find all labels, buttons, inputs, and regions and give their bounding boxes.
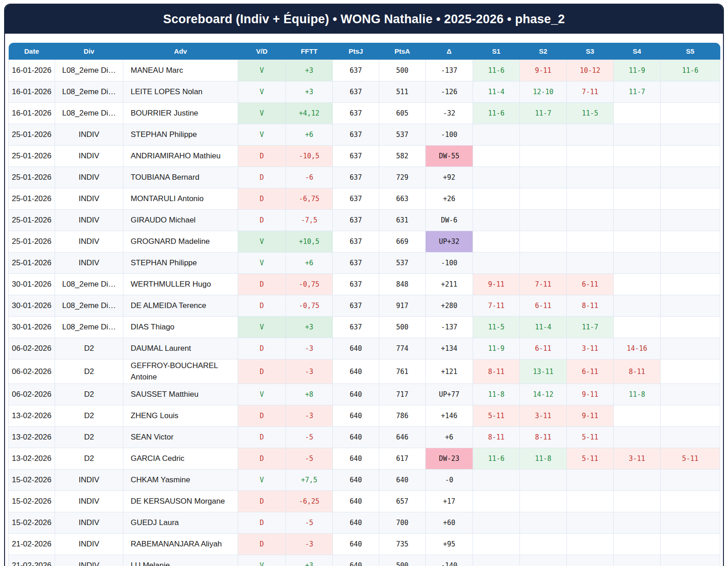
cell-delta: UP+32: [426, 231, 473, 253]
cell-ptsa: 848: [379, 274, 426, 295]
cell-delta: +280: [426, 295, 473, 317]
column-header-adv: Adv: [123, 43, 238, 60]
cell-ptsj: 637: [333, 60, 379, 81]
cell-set-5: [661, 146, 720, 167]
cell-set-5: 11-6: [661, 60, 720, 81]
cell-set-2: [520, 491, 567, 512]
cell-vd: D: [238, 512, 286, 534]
cell-set-2: 11-4: [520, 317, 567, 338]
cell-date: 06-02-2026: [9, 359, 55, 384]
cell-set-2: 9-11: [520, 60, 567, 81]
cell-date: 30-01-2026: [9, 317, 55, 338]
cell-delta: -32: [426, 103, 473, 124]
cell-ptsj: 637: [333, 210, 379, 231]
cell-set-2: 13-11: [520, 359, 567, 384]
cell-set-2: [520, 512, 567, 534]
cell-fftt: -7,5: [286, 210, 333, 231]
cell-ptsj: 637: [333, 188, 379, 210]
cell-date: 25-01-2026: [9, 188, 55, 210]
cell-date: 15-02-2026: [9, 491, 55, 512]
cell-set-1: 11-4: [473, 81, 520, 103]
cell-set-1: [473, 555, 520, 566]
cell-set-4: [614, 512, 661, 534]
cell-set-5: [661, 274, 720, 295]
cell-div: INDIV: [55, 146, 123, 167]
cell-fftt: +6: [286, 253, 333, 274]
table-row: 13-02-2026D2GARCIA CedricD-5640617DW-231…: [9, 448, 720, 470]
cell-set-3: 6-11: [567, 274, 614, 295]
cell-set-5: [661, 295, 720, 317]
table-row: 30-01-2026L08_2eme Di…DE ALMEIDA Terence…: [9, 295, 720, 317]
cell-set-1: 11-5: [473, 317, 520, 338]
cell-adv: GUEDJ Laura: [123, 512, 238, 534]
cell-fftt: -5: [286, 512, 333, 534]
cell-set-3: 3-11: [567, 338, 614, 359]
cell-ptsa: 700: [379, 512, 426, 534]
cell-set-3: [567, 253, 614, 274]
cell-set-4: [614, 470, 661, 491]
cell-delta: -100: [426, 253, 473, 274]
cell-vd: V: [238, 81, 286, 103]
cell-ptsj: 640: [333, 359, 379, 384]
cell-div: INDIV: [55, 534, 123, 555]
cell-vd: D: [238, 295, 286, 317]
cell-fftt: +3: [286, 81, 333, 103]
cell-ptsj: 637: [333, 103, 379, 124]
column-header-ptsj: PtsJ: [333, 43, 379, 60]
cell-adv: SAUSSET Matthieu: [123, 384, 238, 405]
cell-delta: -0: [426, 470, 473, 491]
cell-delta: -100: [426, 124, 473, 146]
cell-set-1: 9-11: [473, 274, 520, 295]
cell-ptsj: 637: [333, 295, 379, 317]
cell-delta: +92: [426, 167, 473, 188]
cell-fftt: -0,75: [286, 274, 333, 295]
cell-div: D2: [55, 448, 123, 470]
cell-ptsa: 717: [379, 384, 426, 405]
cell-fftt: -6,75: [286, 188, 333, 210]
table-row: 30-01-2026L08_2eme Di…WERTHMULLER HugoD-…: [9, 274, 720, 295]
cell-vd: V: [238, 231, 286, 253]
cell-ptsj: 640: [333, 512, 379, 534]
cell-set-1: 8-11: [473, 427, 520, 448]
cell-fftt: +3: [286, 317, 333, 338]
cell-ptsa: 617: [379, 448, 426, 470]
cell-set-4: [614, 124, 661, 146]
cell-set-4: [614, 317, 661, 338]
cell-set-3: 8-11: [567, 295, 614, 317]
cell-set-3: [567, 146, 614, 167]
cell-delta: DW-6: [426, 210, 473, 231]
cell-set-2: [520, 555, 567, 566]
cell-vd: D: [238, 427, 286, 448]
cell-ptsa: 735: [379, 534, 426, 555]
cell-fftt: +8: [286, 384, 333, 405]
cell-set-5: [661, 534, 720, 555]
cell-ptsa: 669: [379, 231, 426, 253]
cell-fftt: -0,75: [286, 295, 333, 317]
cell-set-1: [473, 253, 520, 274]
column-header-s1: S1: [473, 43, 520, 60]
cell-fftt: -6: [286, 167, 333, 188]
cell-adv: SEAN Victor: [123, 427, 238, 448]
cell-set-5: [661, 231, 720, 253]
cell-ptsj: 637: [333, 81, 379, 103]
scoreboard-table: DateDivAdvV/DFFTTPtsJPtsAΔS1S2S3S4S5 16-…: [8, 43, 720, 566]
cell-set-2: [520, 188, 567, 210]
cell-set-4: 8-11: [614, 359, 661, 384]
cell-set-1: [473, 512, 520, 534]
cell-delta: UP+77: [426, 384, 473, 405]
cell-set-1: 11-6: [473, 60, 520, 81]
cell-set-5: [661, 512, 720, 534]
cell-adv: ZHENG Louis: [123, 405, 238, 427]
cell-fftt: -5: [286, 427, 333, 448]
table-row: 15-02-2026INDIVCHKAM YasmineV+7,5640640-…: [9, 470, 720, 491]
table-body: 16-01-2026L08_2eme Di…MANEAU MarcV+36375…: [9, 60, 720, 566]
cell-date: 15-02-2026: [9, 470, 55, 491]
cell-set-3: 11-7: [567, 317, 614, 338]
cell-ptsa: 500: [379, 555, 426, 566]
cell-ptsj: 640: [333, 448, 379, 470]
cell-ptsj: 640: [333, 405, 379, 427]
cell-set-2: [520, 124, 567, 146]
cell-fftt: -3: [286, 338, 333, 359]
cell-ptsj: 637: [333, 231, 379, 253]
cell-adv: ANDRIAMIRAHO Mathieu: [123, 146, 238, 167]
